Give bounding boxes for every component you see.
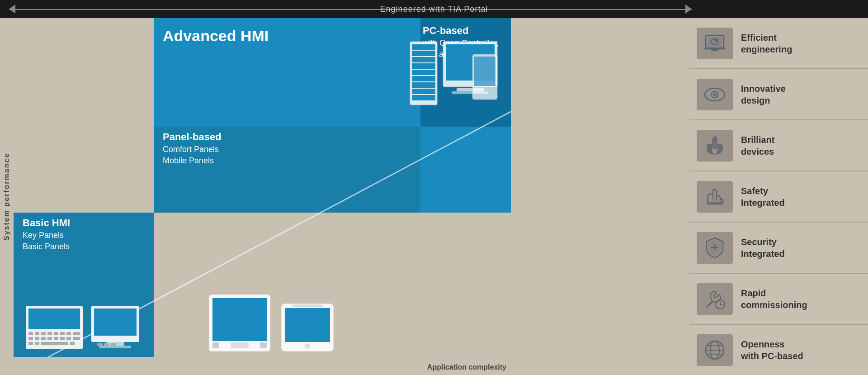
safety-hand-icon bbox=[703, 185, 726, 209]
svg-rect-44 bbox=[412, 63, 435, 69]
svg-rect-18 bbox=[66, 337, 71, 340]
sidebar-label-rapid-commissioning: Rapidcommissioning bbox=[741, 287, 807, 311]
sidebar-label-safety-integrated: SafetyIntegrated bbox=[741, 185, 785, 209]
svg-rect-59 bbox=[711, 49, 718, 51]
main-container: Engineered with TIA Portal System perfor… bbox=[0, 0, 868, 375]
svg-rect-27 bbox=[99, 346, 131, 348]
panel-based-label: Panel-based Comfort Panels Mobile Panels bbox=[163, 131, 222, 166]
svg-rect-12 bbox=[28, 337, 33, 340]
diagram-area: Advanced HMI PC-based with Open Controll… bbox=[14, 18, 689, 375]
svg-rect-41 bbox=[412, 44, 435, 50]
svg-line-73 bbox=[707, 304, 709, 307]
sidebar-label-efficient-engineering: Efficientengineering bbox=[741, 32, 792, 55]
sidebar-icon-security-integrated bbox=[697, 232, 733, 264]
content-area: System performance Advanced HMI bbox=[0, 18, 868, 375]
sidebar-item-brilliant-devices: Brilliantdevices bbox=[689, 120, 868, 171]
sidebar-icon-brilliant-devices bbox=[697, 130, 733, 161]
svg-rect-42 bbox=[412, 51, 435, 56]
svg-point-38 bbox=[305, 343, 310, 349]
svg-rect-20 bbox=[28, 342, 33, 345]
device-keyboard bbox=[25, 305, 84, 350]
svg-rect-37 bbox=[285, 308, 330, 342]
sidebar-label-brilliant-devices: Brilliantdevices bbox=[741, 134, 774, 157]
hand-touch-icon bbox=[703, 134, 726, 157]
right-sidebar: Efficientengineering Innovativedesign bbox=[689, 18, 868, 375]
svg-rect-10 bbox=[66, 332, 71, 335]
svg-rect-6 bbox=[41, 332, 46, 335]
tia-portal-label: Engineered with TIA Portal bbox=[380, 5, 488, 14]
device-comfort-panel bbox=[208, 294, 271, 352]
svg-rect-17 bbox=[60, 337, 65, 340]
svg-rect-22 bbox=[41, 342, 68, 345]
svg-rect-45 bbox=[412, 70, 435, 75]
sidebar-item-security-integrated: SecurityIntegrated bbox=[689, 223, 868, 274]
svg-rect-7 bbox=[47, 332, 52, 335]
basic-screen-svg bbox=[90, 305, 140, 350]
svg-rect-16 bbox=[54, 337, 58, 340]
keyboard-device-svg bbox=[25, 305, 84, 350]
beige-left-top bbox=[14, 18, 154, 213]
y-axis-label: System performance bbox=[0, 18, 14, 375]
svg-rect-49 bbox=[412, 95, 435, 100]
sidebar-item-openness-pc: Opennesswith PC-based bbox=[689, 325, 868, 375]
svg-rect-25 bbox=[94, 309, 137, 336]
comfort-panel-svg bbox=[208, 294, 271, 352]
svg-rect-55 bbox=[474, 57, 495, 86]
svg-rect-9 bbox=[60, 332, 65, 335]
svg-rect-23 bbox=[70, 342, 75, 345]
pc-rack-svg bbox=[409, 41, 500, 106]
svg-rect-33 bbox=[231, 342, 249, 348]
sidebar-icon-rapid-commissioning bbox=[697, 283, 733, 315]
svg-rect-29 bbox=[104, 343, 109, 346]
sidebar-icon-openness-pc bbox=[697, 334, 733, 366]
arrow-line bbox=[9, 9, 692, 10]
top-arrow-bar: Engineered with TIA Portal bbox=[0, 0, 868, 18]
shield-icon bbox=[703, 236, 726, 260]
svg-rect-8 bbox=[54, 332, 58, 335]
svg-rect-13 bbox=[35, 337, 39, 340]
svg-rect-3 bbox=[28, 309, 80, 329]
sidebar-icon-efficient-engineering bbox=[697, 28, 733, 59]
svg-rect-19 bbox=[73, 337, 80, 340]
wrench-clock-icon bbox=[703, 287, 726, 311]
svg-rect-4 bbox=[28, 332, 33, 335]
eye-icon bbox=[703, 83, 726, 106]
laptop-icon bbox=[703, 32, 726, 55]
svg-rect-32 bbox=[212, 298, 267, 341]
svg-rect-30 bbox=[111, 343, 116, 346]
sidebar-item-rapid-commissioning: Rapidcommissioning bbox=[689, 274, 868, 325]
svg-point-66 bbox=[716, 138, 717, 140]
pc-devices-group bbox=[409, 41, 500, 106]
sidebar-item-innovative-design: Innovativedesign bbox=[689, 69, 868, 120]
basic-hmi-label: Basic HMI Key Panels Basic Panels bbox=[23, 217, 70, 252]
svg-rect-43 bbox=[412, 57, 435, 62]
sidebar-icon-innovative-design bbox=[697, 79, 733, 110]
svg-rect-28 bbox=[97, 343, 103, 346]
sidebar-item-efficient-engineering: Efficientengineering bbox=[689, 18, 868, 69]
sidebar-icon-safety-integrated bbox=[697, 181, 733, 213]
svg-rect-34 bbox=[212, 342, 219, 348]
sidebar-label-openness-pc: Opennesswith PC-based bbox=[741, 338, 803, 362]
svg-rect-15 bbox=[47, 337, 52, 340]
svg-rect-21 bbox=[35, 342, 39, 345]
svg-rect-39 bbox=[292, 304, 323, 307]
sidebar-item-safety-integrated: SafetyIntegrated bbox=[689, 171, 868, 223]
svg-rect-46 bbox=[412, 76, 435, 81]
svg-point-63 bbox=[713, 93, 716, 96]
svg-rect-67 bbox=[707, 202, 723, 205]
svg-rect-35 bbox=[260, 342, 267, 348]
mobile-panel-svg bbox=[280, 303, 335, 352]
sidebar-label-innovative-design: Innovativedesign bbox=[741, 83, 786, 106]
advanced-hmi-label: Advanced HMI bbox=[163, 27, 269, 45]
globe-icon bbox=[703, 338, 726, 362]
svg-rect-48 bbox=[412, 89, 435, 94]
sidebar-label-security-integrated: SecurityIntegrated bbox=[741, 236, 785, 260]
svg-rect-5 bbox=[35, 332, 39, 335]
x-axis-label: Application complexity bbox=[14, 363, 511, 371]
svg-rect-14 bbox=[41, 337, 46, 340]
svg-rect-11 bbox=[73, 332, 80, 335]
device-mobile-panel bbox=[280, 303, 335, 352]
svg-rect-47 bbox=[412, 82, 435, 88]
device-basic-screen bbox=[90, 305, 140, 350]
